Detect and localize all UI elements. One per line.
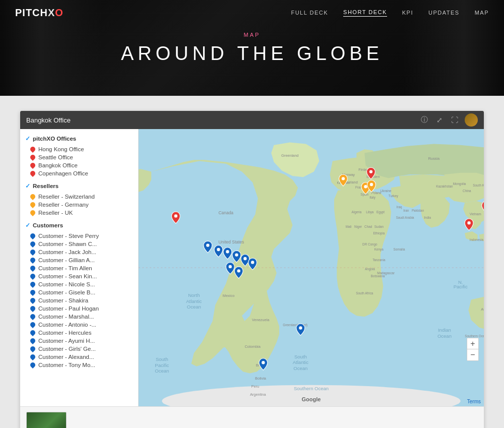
customers-check[interactable]: ✓ [25, 222, 30, 229]
main-content: Bangkok Office ⓘ ⤢ ⛶ ✓ pitchXO Offices H… [0, 96, 504, 428]
blue-dot [29, 321, 36, 328]
svg-text:Tanzania: Tanzania [372, 258, 386, 262]
legend-customer-item[interactable]: Customer - Steve Perry [25, 232, 133, 240]
legend-customer-item[interactable]: Customer - Marshal... [25, 313, 133, 321]
header-subtitle: MAP [244, 32, 261, 38]
map-thumbnail [26, 412, 67, 429]
resellers-section-title: ✓ Resellers [25, 182, 133, 190]
zoom-in-button[interactable]: + [467, 338, 478, 349]
svg-text:Madagascar: Madagascar [377, 271, 395, 275]
map-widget: Bangkok Office ⓘ ⤢ ⛶ ✓ pitchXO Offices H… [20, 111, 484, 428]
map-bottom-bar [20, 406, 484, 428]
blue-dot [29, 273, 36, 280]
svg-point-81 [243, 257, 246, 260]
legend-customer-item[interactable]: Customer - Shawn C... [25, 240, 133, 248]
legend-reseller-ch[interactable]: Reseller - Switzerland [25, 193, 133, 201]
svg-text:Ethiopia: Ethiopia [373, 231, 385, 235]
svg-point-82 [251, 261, 254, 264]
svg-text:China: China [463, 189, 471, 193]
legend-customer-item[interactable]: Customer - Antonio -... [25, 321, 133, 329]
legend-customer-item[interactable]: Customer - Jack Joh... [25, 248, 133, 256]
blue-dot [29, 313, 36, 320]
map-body: ✓ pitchXO Offices Hong Kong Office Seatt… [20, 129, 484, 406]
legend-reseller-uk[interactable]: Reseller - UK [25, 209, 133, 217]
expand-icon[interactable]: ⛶ [450, 115, 460, 125]
blue-dot [29, 361, 36, 369]
legend-customer-item[interactable]: Customer - Alexand... [25, 353, 133, 361]
header: PITCHXO FULL DECK SHORT DECK KPI UPDATES… [0, 0, 504, 96]
resellers-check[interactable]: ✓ [25, 182, 30, 190]
svg-text:Iran: Iran [403, 209, 409, 212]
svg-point-72 [467, 221, 470, 224]
svg-text:United States: United States [218, 239, 244, 244]
legend-reseller-de[interactable]: Reseller - Germany [25, 201, 133, 209]
map-terms-link[interactable]: Terms [467, 399, 481, 404]
info-icon[interactable]: ⓘ [419, 115, 429, 125]
nav-map[interactable]: MAP [475, 10, 489, 16]
nav-full-deck[interactable]: FULL DECK [291, 10, 328, 16]
nav-updates[interactable]: UPDATES [428, 10, 460, 16]
zoom-out-button[interactable]: − [467, 349, 478, 360]
share-icon[interactable]: ⤢ [434, 115, 445, 125]
legend-copenhagen-office[interactable]: Copenhagen Office [25, 169, 133, 177]
customers-section-title: ✓ Customers [25, 222, 133, 229]
nav-short-deck[interactable]: SHORT DECK [343, 9, 387, 17]
svg-text:Colombia: Colombia [245, 344, 261, 349]
svg-text:Venezuela: Venezuela [252, 318, 270, 322]
svg-text:Mexico: Mexico [223, 293, 234, 298]
blue-dot [29, 281, 36, 288]
svg-text:Libya: Libya [366, 210, 374, 214]
blue-dot [29, 289, 36, 296]
red-dot [29, 154, 36, 161]
svg-text:Peru: Peru [251, 384, 260, 389]
legend-bangkok-office[interactable]: Bangkok Office [25, 161, 133, 169]
customer-list: Customer - Steve PerryCustomer - Shawn C… [25, 232, 133, 369]
svg-point-78 [217, 248, 220, 251]
svg-text:Australia: Australia [481, 307, 484, 312]
svg-point-79 [226, 250, 229, 253]
svg-text:Kazakhstan: Kazakhstan [436, 185, 453, 188]
map-area[interactable]: North Atlantic Ocean South Pacific Ocean… [139, 129, 484, 406]
nav-kpi[interactable]: KPI [402, 10, 413, 16]
red-dot [29, 146, 36, 153]
svg-text:Ocean: Ocean [187, 304, 201, 310]
blue-dot [29, 305, 36, 312]
offices-check[interactable]: ✓ [25, 135, 30, 142]
legend-customer-item[interactable]: Customer - Nicole S... [25, 280, 133, 288]
legend-customer-item[interactable]: Customer - Ayumi H... [25, 337, 133, 345]
svg-text:Pacific: Pacific [155, 362, 169, 368]
svg-text:Southern Ocean: Southern Ocean [294, 386, 329, 391]
map-toolbar-title: Bangkok Office [26, 116, 71, 124]
legend-customer-item[interactable]: Customer - Girls' Ge... [25, 345, 133, 353]
blue-dot [29, 297, 36, 304]
legend-hk-office[interactable]: Hong Kong Office [25, 145, 133, 153]
legend-customer-item[interactable]: Customer - Hercules [25, 329, 133, 337]
blue-dot [29, 353, 36, 360]
svg-text:Turkey: Turkey [389, 194, 399, 198]
svg-text:Algeria: Algeria [352, 210, 362, 214]
legend-customer-item[interactable]: Customer - Sean Kin... [25, 272, 133, 280]
svg-text:Iraq: Iraq [397, 205, 402, 209]
legend-customer-item[interactable]: Customer - Tony Mo... [25, 361, 133, 369]
svg-point-86 [299, 326, 302, 329]
legend-customer-item[interactable]: Customer - Paul Hogan [25, 304, 133, 313]
svg-point-77 [206, 243, 209, 247]
logo: PITCHXO [15, 7, 64, 19]
legend-customer-item[interactable]: Customer - Shakira [25, 296, 133, 304]
legend-customer-item[interactable]: Customer - Tim Allen [25, 264, 133, 272]
svg-text:Russia: Russia [428, 156, 439, 161]
blue-dot [29, 257, 36, 264]
user-avatar[interactable] [465, 113, 478, 127]
toolbar-icons: ⓘ ⤢ ⛶ [419, 113, 478, 127]
legend-customer-item[interactable]: Customer - Gillian A... [25, 256, 133, 264]
svg-text:Egypt: Egypt [376, 210, 385, 214]
svg-point-84 [237, 269, 240, 272]
svg-text:South: South [294, 354, 307, 359]
svg-point-74 [364, 185, 367, 188]
legend-customer-item[interactable]: Customer - Gisele B... [25, 288, 133, 296]
header-title: AROUND THE GLOBE [121, 43, 383, 65]
red-dot [29, 162, 36, 169]
legend-seattle-office[interactable]: Seattle Office [25, 153, 133, 161]
svg-text:Mongolia: Mongolia [453, 182, 466, 186]
svg-text:Angola: Angola [365, 267, 375, 271]
